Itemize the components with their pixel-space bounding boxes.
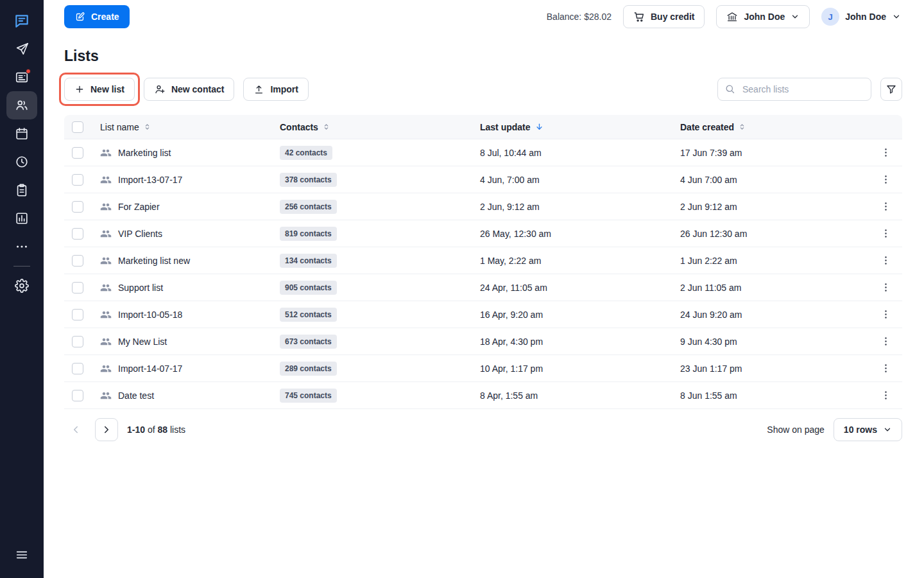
last-update-cell: 18 Apr, 4:30 pm: [480, 337, 680, 347]
sidebar-item-reports[interactable]: [6, 204, 37, 232]
row-menu-button[interactable]: [877, 170, 895, 189]
people-icon: [100, 174, 112, 186]
list-name[interactable]: Import-10-05-18: [118, 310, 182, 320]
date-created-cell: 9 Jun 4:30 pm: [680, 337, 871, 347]
table-body: Marketing list 42 contacts 8 Jul, 10:44 …: [64, 139, 902, 409]
people-icon: [100, 390, 112, 401]
create-button[interactable]: Create: [64, 5, 130, 28]
page-range: 1-10: [127, 425, 145, 435]
lists-table: List name Contacts: [64, 115, 902, 409]
sidebar-item-calendar[interactable]: [6, 119, 37, 148]
date-created-cell: 1 Jun 2:22 am: [680, 256, 871, 266]
list-name[interactable]: My New List: [118, 337, 167, 347]
unit-word: lists: [170, 425, 185, 435]
sort-icon: [738, 123, 746, 131]
gear-icon: [15, 279, 29, 293]
workspace-button[interactable]: John Doe: [716, 5, 810, 28]
date-created-cell: 8 Jun 1:55 am: [680, 390, 871, 401]
people-icon: [100, 309, 112, 320]
people-icon: [100, 255, 112, 267]
last-update-cell: 16 Apr, 9:20 am: [480, 310, 680, 320]
sidebar-collapse-button[interactable]: [6, 541, 37, 569]
list-name[interactable]: Support list: [118, 283, 163, 293]
row-checkbox[interactable]: [72, 201, 83, 213]
last-update-cell: 1 May, 2:22 am: [480, 256, 680, 266]
import-button[interactable]: Import: [243, 78, 309, 101]
chevron-down-icon: [892, 12, 901, 21]
table-row: VIP Clients 819 contacts 26 May, 12:30 a…: [64, 220, 902, 247]
buy-credit-button[interactable]: Buy credit: [623, 5, 705, 28]
row-menu-button[interactable]: [877, 359, 895, 378]
list-name[interactable]: Import-14-07-17: [118, 363, 182, 374]
column-label: Contacts: [280, 122, 318, 132]
contacts-icon: [15, 98, 29, 112]
app-logo[interactable]: [6, 6, 37, 35]
sidebar-item-settings[interactable]: [6, 272, 37, 300]
rows-per-page-select[interactable]: 10 rows: [834, 418, 902, 441]
new-list-button[interactable]: New list: [64, 78, 135, 101]
table-row: For Zapier 256 contacts 2 Jun, 9:12 am 2…: [64, 193, 902, 220]
chevron-down-icon: [883, 425, 892, 434]
hamburger-icon: [15, 548, 29, 562]
user-menu-button[interactable]: J John Doe: [821, 8, 901, 26]
table-header: List name Contacts: [64, 115, 902, 139]
row-checkbox[interactable]: [72, 228, 83, 240]
last-update-cell: 4 Jun, 7:00 am: [480, 175, 680, 185]
row-checkbox[interactable]: [72, 255, 83, 267]
table-row: Support list 905 contacts 24 Apr, 11:05 …: [64, 274, 902, 301]
sidebar-item-history[interactable]: [6, 148, 37, 176]
column-header-last-update[interactable]: Last update: [480, 122, 544, 132]
new-contact-label: New contact: [171, 84, 224, 94]
column-label: List name: [100, 122, 139, 132]
list-name[interactable]: Marketing list: [118, 148, 171, 158]
contacts-badge: 42 contacts: [280, 146, 332, 160]
row-checkbox[interactable]: [72, 174, 83, 186]
people-icon: [100, 336, 112, 347]
chevron-right-icon: [101, 424, 112, 435]
sidebar-item-contacts[interactable]: [6, 91, 37, 119]
row-checkbox[interactable]: [72, 336, 83, 347]
row-menu-button[interactable]: [877, 305, 895, 324]
list-name[interactable]: For Zapier: [118, 202, 160, 212]
table-row: My New List 673 contacts 18 Apr, 4:30 pm…: [64, 328, 902, 355]
column-header-contacts[interactable]: Contacts: [280, 122, 330, 132]
column-header-date-created[interactable]: Date created: [680, 122, 746, 132]
row-checkbox[interactable]: [72, 282, 83, 293]
people-icon: [100, 201, 112, 213]
prev-page-button[interactable]: [64, 418, 87, 441]
page-title: Lists: [64, 48, 902, 65]
row-menu-button[interactable]: [877, 143, 895, 162]
row-menu-button[interactable]: [877, 278, 895, 297]
filter-button[interactable]: [880, 78, 902, 101]
row-menu-button[interactable]: [877, 224, 895, 243]
row-menu-button[interactable]: [877, 197, 895, 216]
new-contact-button[interactable]: New contact: [144, 78, 234, 101]
table-row: Marketing list new 134 contacts 1 May, 2…: [64, 247, 902, 274]
column-header-list-name[interactable]: List name: [100, 122, 151, 132]
row-checkbox[interactable]: [72, 309, 83, 320]
row-menu-button[interactable]: [877, 251, 895, 270]
select-all-checkbox[interactable]: [72, 121, 83, 133]
sidebar: [0, 0, 44, 578]
list-name[interactable]: Import-13-07-17: [118, 175, 182, 185]
new-list-label: New list: [90, 84, 124, 94]
row-checkbox[interactable]: [72, 390, 83, 401]
table-row: Import-14-07-17 289 contacts 10 Apr, 1:1…: [64, 355, 902, 382]
people-icon: [100, 363, 112, 374]
sidebar-item-campaigns[interactable]: [6, 35, 37, 63]
sidebar-item-tasks[interactable]: [6, 176, 37, 204]
row-menu-button[interactable]: [877, 332, 895, 351]
date-created-cell: 2 Jun 11:05 am: [680, 283, 871, 293]
row-checkbox[interactable]: [72, 147, 83, 159]
list-name[interactable]: Date test: [118, 390, 154, 401]
search-input[interactable]: [717, 78, 871, 101]
people-icon: [100, 228, 112, 240]
contacts-badge: 673 contacts: [280, 335, 337, 349]
list-name[interactable]: Marketing list new: [118, 256, 190, 266]
next-page-button[interactable]: [95, 418, 118, 441]
row-checkbox[interactable]: [72, 363, 83, 374]
sidebar-item-more[interactable]: [6, 232, 37, 261]
sidebar-item-news[interactable]: [6, 63, 37, 91]
list-name[interactable]: VIP Clients: [118, 229, 162, 239]
row-menu-button[interactable]: [877, 386, 895, 405]
